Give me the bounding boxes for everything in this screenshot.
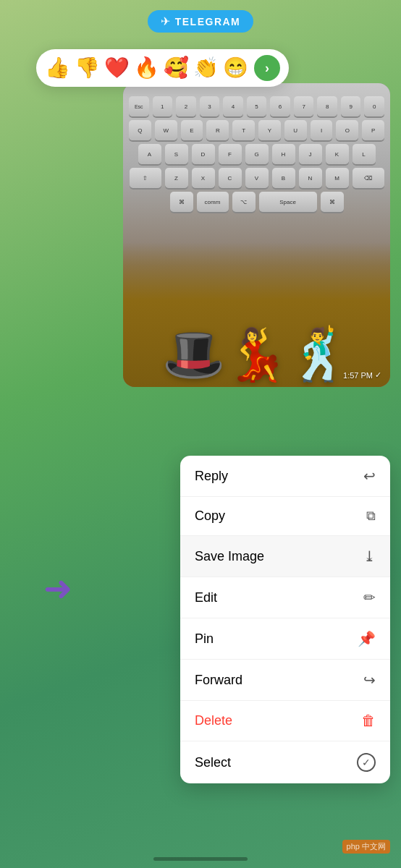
sticker-area: 🎩💃🕺 (123, 242, 390, 387)
keyboard-background: Esc 1 2 3 4 5 6 7 8 9 0 Q W E R (123, 83, 390, 387)
reaction-thumbsup[interactable]: 👍 (45, 58, 70, 78)
reaction-thumbsdown[interactable]: 👎 (75, 58, 100, 78)
telegram-badge: ✈ TELEGRAM (148, 10, 254, 33)
reaction-heart[interactable]: ❤️ (104, 58, 130, 78)
edit-icon: ✏ (363, 589, 376, 606)
menu-item-reply[interactable]: Reply ↩ (180, 456, 390, 497)
menu-item-forward-label: Forward (195, 673, 242, 688)
menu-item-select-label: Select (195, 755, 231, 770)
reaction-clap[interactable]: 👏 (193, 58, 219, 78)
menu-item-select[interactable]: Select ✓ (180, 741, 390, 783)
message-timestamp: 1:57 PM ✓ (343, 370, 381, 380)
reaction-fire[interactable]: 🔥 (134, 58, 159, 78)
menu-item-forward[interactable]: Forward ↪ (180, 660, 390, 701)
arrow-pointer: ➜ (43, 568, 72, 608)
watermark: php 中文网 (342, 840, 390, 854)
pin-icon: 📌 (358, 630, 376, 647)
menu-item-pin[interactable]: Pin 📌 (180, 618, 390, 660)
menu-item-copy[interactable]: Copy ⧉ (180, 497, 390, 536)
reply-icon: ↩ (363, 467, 376, 485)
telegram-icon: ✈ (161, 14, 170, 28)
copy-icon: ⧉ (366, 509, 376, 524)
reaction-more-icon: › (265, 61, 269, 76)
menu-item-edit-label: Edit (195, 590, 217, 605)
reaction-bar: 👍 👎 ❤️ 🔥 🥰 👏 😁 › (36, 49, 289, 87)
menu-item-save-image-label: Save Image (195, 549, 264, 564)
home-indicator (153, 857, 248, 861)
context-menu: Reply ↩ Copy ⧉ Save Image ⤓ Edit ✏ Pin 📌… (180, 456, 390, 783)
message-container: Esc 1 2 3 4 5 6 7 8 9 0 Q W E R (123, 83, 390, 387)
save-image-icon: ⤓ (363, 548, 376, 565)
telegram-label: TELEGRAM (175, 16, 241, 27)
menu-item-reply-label: Reply (195, 469, 228, 484)
arrow-icon: ➜ (43, 569, 72, 608)
menu-item-pin-label: Pin (195, 631, 214, 647)
select-icon: ✓ (357, 753, 376, 772)
menu-item-edit[interactable]: Edit ✏ (180, 577, 390, 618)
forward-icon: ↪ (363, 671, 376, 689)
reaction-hugging[interactable]: 🥰 (164, 58, 189, 78)
menu-item-copy-label: Copy (195, 509, 225, 524)
message-image: Esc 1 2 3 4 5 6 7 8 9 0 Q W E R (123, 83, 390, 387)
menu-item-delete[interactable]: Delete 🗑 (180, 701, 390, 741)
reaction-more-button[interactable]: › (254, 55, 280, 81)
delete-icon: 🗑 (361, 712, 376, 729)
menu-item-delete-label: Delete (195, 713, 232, 728)
menu-item-save-image[interactable]: Save Image ⤓ (180, 536, 390, 577)
checkmark-icon: ✓ (375, 370, 381, 380)
keyboard-visual: Esc 1 2 3 4 5 6 7 8 9 0 Q W E R (123, 90, 390, 221)
reaction-grin[interactable]: 😁 (223, 58, 248, 78)
timestamp-text: 1:57 PM (343, 371, 373, 380)
top-bar: ✈ TELEGRAM (0, 0, 401, 40)
sticker-image: 🎩💃🕺 (162, 329, 351, 380)
